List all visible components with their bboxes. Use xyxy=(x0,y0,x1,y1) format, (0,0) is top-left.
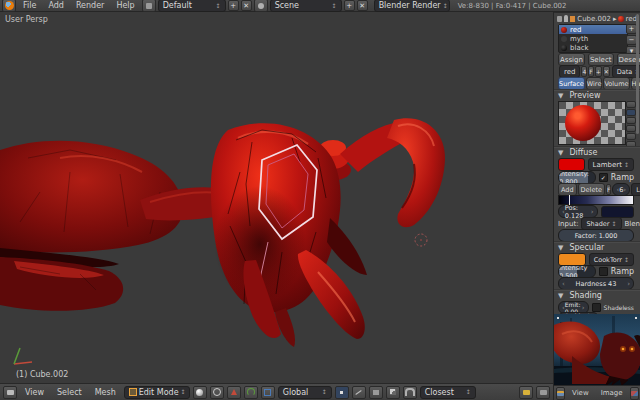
preview-sphere-button[interactable] xyxy=(626,109,636,116)
properties-panel: ↕ Cube.002 ▸ red red xyxy=(553,0,640,314)
preview-type-buttons xyxy=(626,101,636,148)
occlude-icon xyxy=(390,389,396,395)
magnet-icon xyxy=(405,388,415,396)
breadcrumb-object[interactable]: Cube.002 xyxy=(577,15,611,23)
panel-title-specular[interactable]: Specular xyxy=(569,243,604,252)
image-editor-icon xyxy=(557,391,564,396)
diffuse-shader-selector[interactable]: Lambert↕ xyxy=(588,158,634,171)
layout-add-button[interactable]: + xyxy=(228,0,239,11)
pin-icon[interactable] xyxy=(564,15,568,22)
orientation-selector[interactable]: Global↕ xyxy=(278,386,332,399)
menu-view[interactable]: View xyxy=(20,388,49,397)
manipulator-translate-toggle[interactable] xyxy=(227,386,241,399)
specular-intensity-slider[interactable]: Intensity 0.500 xyxy=(558,265,596,278)
check-icon: ✓ xyxy=(599,173,608,182)
ramp-stop-color-swatch[interactable] xyxy=(601,206,635,218)
diffuse-color-swatch[interactable] xyxy=(558,158,585,171)
reference-image[interactable] xyxy=(554,314,640,385)
ramp-blend-label: Blend: xyxy=(625,220,640,228)
material-dot-icon xyxy=(618,16,623,22)
select-mode-edge-button[interactable] xyxy=(352,386,366,399)
unlink-material-button[interactable]: ✕ xyxy=(603,66,610,77)
new-material-button[interactable]: + xyxy=(595,66,602,77)
preview-monkey-button[interactable] xyxy=(626,125,636,132)
menu-view[interactable]: View xyxy=(567,389,594,397)
specular-ramp-checkbox[interactable]: Ramp xyxy=(599,267,634,276)
scene-icon xyxy=(254,0,268,12)
material-slot-myth[interactable]: myth xyxy=(559,34,627,43)
editor-type-button[interactable] xyxy=(556,387,565,400)
editor-type-button[interactable] xyxy=(3,386,17,399)
menu-render[interactable]: Render xyxy=(71,1,109,10)
active-object-label: (1) Cube.002 xyxy=(16,370,68,379)
menu-help[interactable]: Help xyxy=(111,1,139,10)
menu-select[interactable]: Select xyxy=(52,388,87,397)
render-engine-selector[interactable]: Blender Render↕ xyxy=(374,0,450,12)
edge-icon xyxy=(356,390,362,395)
ramp-factor-slider[interactable]: Factor: 1.000 xyxy=(558,229,634,242)
scene-selector[interactable]: Scene↕ xyxy=(270,0,342,12)
select-mode-face-button[interactable] xyxy=(369,386,383,399)
menu-file[interactable]: File xyxy=(18,1,41,10)
image-browse-button[interactable] xyxy=(630,387,639,400)
screen-layout-icon[interactable] xyxy=(142,0,156,12)
snap-target-selector[interactable]: Closest↕ xyxy=(420,386,476,399)
diffuse-intensity-slider[interactable]: Intensity: 0.800 xyxy=(558,171,596,184)
scene-add-button[interactable]: + xyxy=(344,0,355,11)
users-count-button[interactable]: 4 xyxy=(581,66,587,77)
chevron-updown-icon: ↕ xyxy=(332,3,337,9)
shadeless-checkbox[interactable]: Shadeless xyxy=(592,303,634,312)
camera-icon xyxy=(523,390,530,395)
breadcrumb-arrow-icon: ▸ xyxy=(613,15,617,23)
preview-flat-button[interactable] xyxy=(626,101,636,108)
viewport-3d[interactable]: User Persp (1) Cube.002 xyxy=(0,12,553,383)
render-opengl-anim-button[interactable] xyxy=(536,386,550,399)
manipulator-scale-toggle[interactable] xyxy=(261,386,275,399)
material-sphere-icon xyxy=(561,27,567,33)
material-slot-black[interactable]: black xyxy=(559,43,627,52)
material-sphere-icon xyxy=(561,45,567,51)
vertex-icon xyxy=(340,391,343,394)
sphere-shading-icon xyxy=(196,389,203,396)
screen-layout-selector[interactable]: Default↕ xyxy=(158,0,226,12)
limit-to-visible-button[interactable] xyxy=(386,386,400,399)
material-slot-red[interactable]: red xyxy=(559,25,627,34)
chevron-updown-icon: ↕ xyxy=(181,389,186,395)
menu-mesh[interactable]: Mesh xyxy=(90,388,121,397)
scene-delete-button[interactable]: ✕ xyxy=(357,0,368,11)
fake-user-button[interactable]: F xyxy=(588,66,593,77)
preview-sphere xyxy=(565,105,601,141)
viewport-shading-selector[interactable] xyxy=(193,386,207,399)
panel-expand-icon[interactable]: ▼ xyxy=(558,292,563,300)
scrollbar[interactable] xyxy=(636,14,639,134)
snap-toggle-button[interactable] xyxy=(403,386,417,399)
ramp-fake-button[interactable]: F xyxy=(606,184,611,195)
rotate-arc-icon xyxy=(247,388,255,396)
panel-title-shading[interactable]: Shading xyxy=(569,291,602,300)
breadcrumb: Cube.002 ▸ red xyxy=(554,13,640,24)
preview-hair-button[interactable] xyxy=(626,133,636,140)
translate-arrow-icon xyxy=(231,389,237,395)
menu-image[interactable]: Image xyxy=(596,389,628,397)
diffuse-ramp-checkbox[interactable]: ✓Ramp xyxy=(599,173,634,182)
pivot-icon xyxy=(213,388,221,396)
model-render xyxy=(0,12,553,383)
layout-delete-button[interactable]: ✕ xyxy=(241,0,252,11)
material-slot-list: red myth black xyxy=(558,24,628,53)
viewport-header: View Select Mesh Edit Mode ↕ Global↕ Clo… xyxy=(0,383,553,400)
panel-expand-icon[interactable]: ▼ xyxy=(558,149,563,157)
manipulator-rotate-toggle[interactable] xyxy=(244,386,258,399)
panel-title-diffuse[interactable]: Diffuse xyxy=(569,148,597,157)
preview-cube-button[interactable] xyxy=(626,117,636,124)
panel-expand-icon[interactable]: ▼ xyxy=(558,92,563,100)
panel-expand-icon[interactable]: ▼ xyxy=(558,244,563,252)
panel-title-preview[interactable]: Preview xyxy=(569,91,600,100)
select-mode-vertex-button[interactable] xyxy=(335,386,349,399)
scale-square-icon xyxy=(264,389,271,396)
view-name-label: User Persp xyxy=(5,15,48,24)
menu-add[interactable]: Add xyxy=(43,1,69,10)
render-opengl-button[interactable] xyxy=(519,386,533,399)
pivot-point-selector[interactable] xyxy=(210,386,224,399)
mode-selector[interactable]: Edit Mode ↕ xyxy=(124,386,190,399)
editor-type-button[interactable] xyxy=(2,0,16,12)
